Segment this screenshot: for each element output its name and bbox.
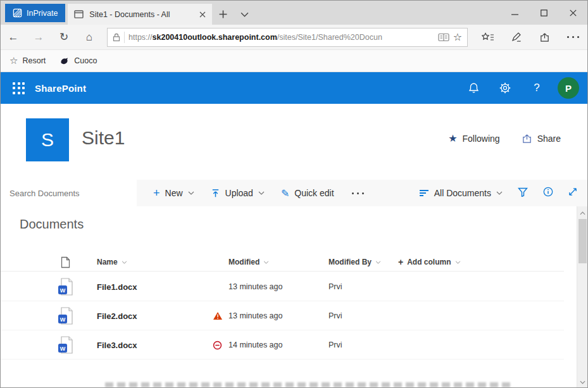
- annotate-button[interactable]: [502, 32, 530, 42]
- table-row[interactable]: W File2.docx 13 minutes ago Prvi: [1, 301, 564, 330]
- add-column-button[interactable]: + Add column: [398, 253, 461, 272]
- new-button[interactable]: + New: [153, 187, 194, 199]
- chevron-down-icon: [455, 261, 461, 264]
- home-button[interactable]: ⌂: [77, 31, 102, 44]
- browser-share-button[interactable]: [530, 32, 559, 42]
- more-commands-button[interactable]: [351, 192, 366, 194]
- url-box[interactable]: https://sk200410outlook.sharepoint.com/s…: [107, 28, 468, 47]
- filter-funnel-icon: [518, 187, 528, 197]
- favorite-item-cuoco[interactable]: Cuoco: [59, 56, 97, 65]
- site-share-button[interactable]: Share: [522, 134, 561, 144]
- blocked-status-icon[interactable]: [213, 330, 222, 360]
- modified-by-value[interactable]: Prvi: [328, 272, 342, 301]
- settings-button[interactable]: [489, 82, 521, 94]
- url-divider: [124, 32, 125, 43]
- hub-favorites-button[interactable]: [473, 32, 502, 42]
- more-icon: [351, 192, 366, 194]
- file-name-link[interactable]: File2.docx: [97, 301, 137, 330]
- minimize-button[interactable]: [500, 1, 529, 25]
- scrollbar-thumb[interactable]: [579, 219, 587, 263]
- site-actions: ★ Following Share: [448, 132, 561, 144]
- quick-edit-button[interactable]: ✎ Quick edit: [281, 187, 334, 199]
- tab-close-icon[interactable]: [199, 11, 206, 18]
- table-row[interactable]: W File1.docx 13 minutes ago Prvi: [1, 272, 564, 301]
- expand-diagonal-icon: [568, 187, 577, 196]
- favorite-label: Resort: [22, 56, 46, 65]
- chevron-down-icon: [263, 261, 269, 264]
- minimize-icon: [511, 9, 518, 16]
- vertical-scrollbar[interactable]: [577, 206, 587, 388]
- suite-app-name[interactable]: SharePoint: [35, 83, 86, 94]
- view-selector-button[interactable]: All Documents: [419, 188, 503, 198]
- info-button[interactable]: [543, 187, 553, 199]
- scroll-up-button[interactable]: [577, 208, 588, 218]
- reading-view-button[interactable]: [438, 33, 449, 42]
- hub-icon: [482, 32, 494, 42]
- new-tab-button[interactable]: [212, 4, 234, 25]
- reading-view-icon: [438, 33, 449, 42]
- file-name-link[interactable]: File1.docx: [97, 272, 137, 301]
- site-title[interactable]: Site1: [82, 127, 125, 149]
- table-row[interactable]: W File3.docx 14 minutes ago Prvi: [1, 330, 564, 360]
- suite-bar: SharePoint ? P: [1, 72, 587, 104]
- chevron-down-icon: [580, 380, 585, 384]
- back-button[interactable]: ←: [1, 31, 26, 44]
- scroll-down-button[interactable]: [577, 377, 588, 387]
- svg-text:W: W: [60, 316, 66, 323]
- upload-button[interactable]: Upload: [211, 188, 265, 198]
- warning-status-icon[interactable]: [213, 301, 223, 330]
- chevron-down-icon: [258, 191, 265, 195]
- modified-column-header[interactable]: Modified: [228, 253, 269, 272]
- word-file-icon: W: [58, 330, 74, 360]
- url-host: sk200410outlook.sharepoint.com: [153, 33, 277, 42]
- suite-right-buttons: ? P: [458, 77, 587, 99]
- site-logo[interactable]: S: [26, 118, 69, 161]
- window-controls: [500, 1, 587, 25]
- more-actions-button[interactable]: [559, 36, 587, 38]
- quick-edit-label: Quick edit: [294, 188, 334, 198]
- maximize-button[interactable]: [529, 1, 558, 25]
- svg-text:W: W: [60, 346, 66, 352]
- address-bar-row: ← → ↻ ⌂ https://sk200410outlook.sharepoi…: [1, 25, 587, 50]
- view-list-icon: [419, 189, 429, 197]
- modified-by-value[interactable]: Prvi: [328, 330, 342, 360]
- refresh-button[interactable]: ↻: [51, 30, 77, 44]
- nav-right-buttons: [473, 32, 587, 42]
- new-label: New: [165, 188, 183, 198]
- app-launcher-waffle-icon[interactable]: [13, 82, 25, 94]
- browser-window: InPrivate Site1 - Documents - All ←: [0, 0, 588, 388]
- chevron-up-icon: [580, 211, 585, 215]
- file-name-link[interactable]: File3.docx: [97, 330, 137, 360]
- tab-bar: InPrivate Site1 - Documents - All: [1, 1, 587, 25]
- help-button[interactable]: ?: [521, 82, 553, 94]
- file-type-column-header[interactable]: [61, 253, 70, 272]
- favorites-bar: ☆ Resort Cuoco: [1, 50, 587, 72]
- tab-title: Site1 - Documents - All: [89, 10, 194, 19]
- following-label: Following: [463, 134, 500, 144]
- info-icon: [543, 187, 553, 197]
- add-favorite-button[interactable]: ☆: [453, 31, 462, 43]
- search-input[interactable]: [1, 180, 137, 206]
- svg-text:W: W: [60, 287, 66, 294]
- notifications-button[interactable]: [458, 82, 489, 94]
- tab-site1-documents[interactable]: Site1 - Documents - All: [68, 4, 212, 25]
- forward-button[interactable]: →: [26, 31, 51, 44]
- column-label: Modified By: [328, 258, 372, 266]
- add-column-label: Add column: [407, 258, 451, 266]
- close-window-button[interactable]: [558, 1, 587, 25]
- filter-button[interactable]: [518, 187, 528, 199]
- tab-preview-button[interactable]: [234, 4, 255, 25]
- list-title: Documents: [20, 217, 84, 232]
- annotate-pen-icon: [511, 32, 522, 42]
- following-button[interactable]: ★ Following: [448, 132, 499, 144]
- modified-value: 14 minutes ago: [228, 330, 282, 360]
- modified-by-column-header[interactable]: Modified By: [328, 253, 381, 272]
- favorite-item-resort[interactable]: ☆ Resort: [9, 55, 46, 66]
- name-column-header[interactable]: Name: [97, 253, 127, 272]
- account-avatar[interactable]: P: [558, 77, 579, 99]
- modified-by-value[interactable]: Prvi: [328, 301, 342, 330]
- chevron-down-icon: [375, 261, 381, 264]
- close-icon: [570, 9, 577, 16]
- fullscreen-button[interactable]: [568, 187, 577, 199]
- gear-icon: [499, 82, 511, 94]
